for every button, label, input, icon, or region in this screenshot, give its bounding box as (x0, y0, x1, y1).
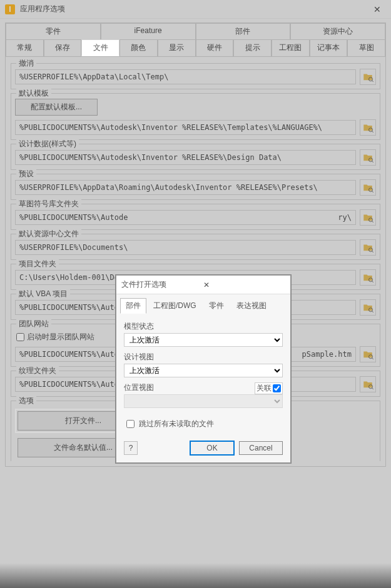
mtab-assembly[interactable]: 部件 (120, 298, 146, 314)
group-preset: 预设 %USERPROFILE%\AppData\Roaming\Autodes… (11, 174, 380, 200)
label-content: 默认资源中心文件 (16, 229, 81, 239)
tab-general[interactable]: 常规 (6, 39, 44, 56)
tab-save[interactable]: 保存 (44, 39, 82, 56)
modal-title: 文件打开选项 (121, 279, 201, 290)
mtab-presentation[interactable]: 表达视图 (231, 298, 272, 314)
browse-content[interactable] (360, 239, 376, 256)
group-undo: 撤消 %USERPROFILE%\AppData\Local\Temp\ (11, 63, 380, 89)
svg-line-19 (372, 388, 373, 389)
modal-titlebar: 文件打开选项 ✕ (116, 276, 290, 294)
tab-color[interactable]: 颜色 (119, 39, 158, 56)
label-undo: 撤消 (16, 58, 36, 69)
titlebar: I 应用程序选项 ✕ (0, 0, 391, 19)
tab-drawing[interactable]: 工程图 (272, 39, 310, 56)
team-startup-checkbox[interactable] (16, 333, 24, 341)
assoc-checkbox[interactable] (273, 384, 281, 392)
position-view-label: 位置视图 关联 (124, 382, 283, 393)
label-template: 默认模板 (16, 88, 51, 99)
label-team: 团队网站 (16, 319, 51, 329)
browse-vba[interactable] (360, 299, 376, 316)
ok-button[interactable]: OK (190, 441, 234, 455)
content-path[interactable]: %USERPROFILE%\Documents\ (15, 240, 356, 255)
app-icon: I (5, 4, 15, 14)
modal-close-icon[interactable]: ✕ (201, 281, 285, 289)
modal-button-row: ? OK Cancel (116, 435, 290, 462)
template-path[interactable]: %PUBLICDOCUMENTS%\Autodesk\Inventor %REL… (15, 120, 356, 135)
team-startup-label: 启动时显示团队网站 (27, 332, 94, 342)
design-path[interactable]: %PUBLICDOCUMENTS%\Autodesk\Inventor %REL… (15, 150, 356, 165)
tab-file[interactable]: 文件 (81, 39, 119, 56)
svg-line-3 (372, 131, 373, 132)
model-state-label: 模型状态 (124, 321, 283, 332)
svg-line-15 (372, 311, 373, 312)
position-view-select (124, 394, 283, 408)
window-title: 应用程序选项 (20, 4, 368, 14)
undo-path[interactable]: %USERPROFILE%\AppData\Local\Temp\ (15, 69, 356, 84)
label-preset: 预设 (16, 169, 36, 179)
svg-line-5 (372, 161, 373, 162)
help-icon[interactable]: ? (124, 441, 138, 455)
label-symbol: 草图符号库文件夹 (16, 199, 81, 209)
modal-body: 模型状态 上次激活 设计视图 上次激活 位置视图 关联 跳过所有未读取的文件 (116, 314, 290, 435)
browse-project[interactable] (360, 269, 376, 286)
tab-part[interactable]: 零件 (6, 23, 101, 39)
label-vba: 默认 VBA 项目 (16, 289, 70, 299)
svg-line-1 (372, 81, 373, 82)
group-symbol-lib: 草图符号库文件夹 %PUBLICDOCUMENTS%\Autodery\ (11, 204, 380, 230)
preset-path[interactable]: %USERPROFILE%\AppData\Roaming\Autodesk\I… (15, 180, 356, 195)
label-texture: 纹理文件夹 (16, 366, 59, 376)
browse-texture[interactable] (360, 376, 376, 392)
svg-line-7 (372, 191, 373, 192)
svg-line-11 (372, 251, 373, 252)
file-open-options-dialog: 文件打开选项 ✕ 部件 工程图/DWG 零件 表达视图 模型状态 上次激活 设计… (116, 275, 291, 463)
svg-line-17 (372, 358, 373, 359)
symbol-path[interactable]: %PUBLICDOCUMENTS%\Autodery\ (15, 210, 356, 225)
svg-line-9 (372, 221, 373, 222)
config-template-button[interactable]: 配置默认模板... (15, 99, 98, 116)
skip-unread-checkbox[interactable] (126, 420, 135, 428)
tab-ifeature[interactable]: iFeature (101, 23, 196, 39)
browse-symbol[interactable] (360, 209, 376, 226)
tab-sketch[interactable]: 草图 (347, 39, 385, 56)
tab-prompt[interactable]: 提示 (233, 39, 272, 56)
browse-preset[interactable] (360, 179, 376, 196)
tab-notepad[interactable]: 记事本 (310, 39, 348, 56)
design-view-select[interactable]: 上次激活 (124, 364, 283, 377)
mtab-part[interactable]: 零件 (203, 298, 230, 314)
browse-template[interactable] (360, 119, 376, 136)
modal-tab-strip: 部件 工程图/DWG 零件 表达视图 (116, 294, 290, 314)
tab-display[interactable]: 显示 (158, 39, 196, 56)
tab-assembly[interactable]: 部件 (196, 23, 291, 39)
cancel-button[interactable]: Cancel (239, 441, 283, 455)
label-project: 项目文件夹 (16, 259, 59, 269)
mtab-drawing[interactable]: 工程图/DWG (148, 298, 202, 314)
label-design-data: 设计数据(样式等) (16, 139, 79, 149)
model-state-select[interactable]: 上次激活 (124, 333, 283, 347)
browse-undo[interactable] (360, 69, 376, 85)
close-icon[interactable]: ✕ (368, 2, 386, 17)
tab-content-center[interactable]: 资源中心 (290, 23, 385, 39)
browse-team[interactable] (360, 346, 376, 362)
tab-hardware[interactable]: 硬件 (196, 39, 234, 56)
group-template: 默认模板 配置默认模板... %PUBLICDOCUMENTS%\Autodes… (11, 93, 380, 140)
skip-unread-label: 跳过所有未读取的文件 (139, 419, 214, 429)
assoc-toggle[interactable]: 关联 (255, 382, 283, 394)
browse-design[interactable] (360, 149, 376, 166)
svg-line-13 (372, 281, 373, 282)
group-design-data: 设计数据(样式等) %PUBLICDOCUMENTS%\Autodesk\Inv… (11, 144, 380, 170)
label-options: 选项 (16, 396, 36, 406)
tab-strip: 零件 iFeature 部件 资源中心 常规 保存 文件 颜色 显示 硬件 提示… (6, 23, 385, 56)
design-view-label: 设计视图 (124, 352, 283, 362)
bottom-fade (0, 563, 391, 588)
group-content-center: 默认资源中心文件 %USERPROFILE%\Documents\ (11, 234, 380, 260)
